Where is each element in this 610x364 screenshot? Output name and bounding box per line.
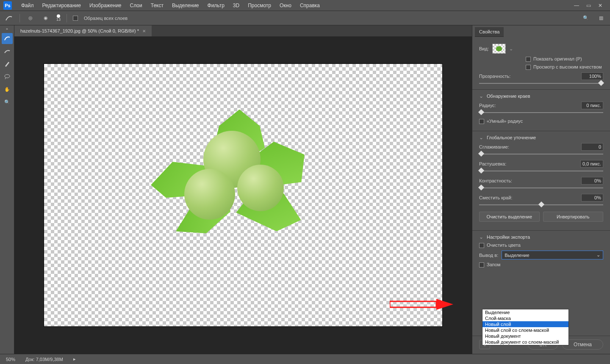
canvas[interactable] xyxy=(44,64,442,326)
menu-image[interactable]: Изображение xyxy=(85,1,126,10)
opacity-label: Прозрачность: xyxy=(479,74,510,79)
menu-window[interactable]: Окно xyxy=(275,1,296,10)
menu-filter[interactable]: Фильтр xyxy=(203,1,229,10)
dropdown-option[interactable]: Новый документ со слоем-маской xyxy=(482,339,568,345)
svg-point-0 xyxy=(5,74,10,78)
tab-close-icon[interactable]: ✕ xyxy=(142,29,146,33)
feather-value[interactable]: 0,0 пикс. xyxy=(580,160,603,168)
maximize-icon[interactable]: ▭ xyxy=(585,3,591,8)
target-add-icon[interactable]: ◎ xyxy=(26,14,35,23)
contrast-value[interactable]: 0% xyxy=(581,177,603,185)
chevron-down-icon: ⌄ xyxy=(596,252,600,258)
menu-bar: Ps Файл Редактирование Изображение Слои … xyxy=(0,0,610,11)
shift-edge-label: Сместить край: xyxy=(479,195,512,200)
remember-label: Запом xyxy=(487,262,500,267)
sample-all-layers-checkbox[interactable]: Образец всех слоев xyxy=(73,16,128,21)
close-icon[interactable]: ✕ xyxy=(597,3,603,8)
global-refine-header[interactable]: Глобальное уточнение xyxy=(479,135,603,141)
menu-text[interactable]: Текст xyxy=(147,1,168,10)
dropdown-option[interactable]: Новый слой со слоем-маской xyxy=(482,327,568,333)
dropdown-option-selected[interactable]: Новый слой xyxy=(482,321,568,327)
feather-label: Растушевка: xyxy=(479,161,506,166)
window-controls: — ▭ ✕ xyxy=(574,3,607,8)
decontaminate-label: Очистить цвета xyxy=(487,243,521,248)
workspace-switch-icon[interactable]: ▥ xyxy=(596,14,606,23)
opacity-value[interactable]: 100% xyxy=(581,72,603,80)
tab-title: hazelnuts-1574367_1920.jpg @ 50% (Слой 0… xyxy=(20,28,139,33)
shift-edge-value[interactable]: 0% xyxy=(581,194,603,201)
document-tab[interactable]: hazelnuts-1574367_1920.jpg @ 50% (Слой 0… xyxy=(14,25,152,36)
opacity-slider[interactable] xyxy=(479,81,603,86)
hand-tool[interactable]: ✋ xyxy=(2,84,13,95)
status-chevron-icon[interactable]: ▸ xyxy=(73,356,76,362)
output-to-select[interactable]: Выделение ⌄ xyxy=(502,251,603,259)
annotation-arrow-icon xyxy=(390,299,474,312)
zoom-level[interactable]: 50% xyxy=(6,357,15,362)
properties-body: Вид: ⌄ Показать оригинал (P) Просмотр с … xyxy=(472,37,610,336)
svg-marker-2 xyxy=(436,299,453,310)
show-original-checkbox[interactable]: Показать оригинал (P) xyxy=(526,56,582,62)
contrast-label: Контрастность: xyxy=(479,178,512,183)
radius-label: Радиус: xyxy=(479,103,496,108)
invert-button[interactable]: Инвертировать xyxy=(543,212,604,222)
high-quality-checkbox[interactable]: Просмотр с высоким качеством xyxy=(526,64,602,70)
smooth-label: Сглаживание: xyxy=(479,144,509,149)
brush-size-value: 13 xyxy=(56,18,61,22)
minimize-icon[interactable]: — xyxy=(574,3,580,8)
menu-layer[interactable]: Слои xyxy=(126,1,147,10)
output-to-label: Вывод в: xyxy=(479,253,498,258)
refine-brush-tool[interactable] xyxy=(2,46,13,57)
options-bar: ◎ ◉ 13 Образец всех слоев 🔍 ▥ xyxy=(0,11,610,25)
menu-select[interactable]: Выделение xyxy=(168,1,203,10)
feather-slider[interactable] xyxy=(479,168,603,174)
high-quality-label: Просмотр с высоким качеством xyxy=(533,64,602,69)
menu-view[interactable]: Просмотр xyxy=(244,1,275,10)
toolbar-expand-icon[interactable]: » xyxy=(5,26,10,31)
contrast-slider[interactable] xyxy=(479,185,603,190)
view-mode-thumb[interactable] xyxy=(492,44,506,54)
quick-select-tool[interactable] xyxy=(2,33,13,44)
lasso-tool[interactable] xyxy=(2,71,13,82)
svg-rect-1 xyxy=(390,301,436,307)
menu-edit[interactable]: Редактирование xyxy=(38,1,85,10)
doc-size: Док: 7,03M/9,38M xyxy=(25,357,63,362)
export-settings-header[interactable]: Настройки экспорта xyxy=(479,234,603,240)
properties-panel: Свойства Вид: ⌄ Показать оригинал (P) Пр… xyxy=(472,25,610,354)
dropdown-option[interactable]: Выделение xyxy=(482,309,568,315)
search-icon[interactable]: 🔍 xyxy=(581,14,591,23)
checkbox-icon xyxy=(73,16,78,21)
edge-detection-header[interactable]: Обнаружение краев xyxy=(479,93,603,99)
app-logo-icon: Ps xyxy=(3,1,12,10)
canvas-image-content xyxy=(155,114,316,266)
status-bar: 50% Док: 7,03M/9,38M ▸ xyxy=(0,354,610,364)
menu-help[interactable]: Справка xyxy=(296,1,324,10)
clear-selection-button[interactable]: Очистить выделение xyxy=(479,212,540,222)
view-label: Вид: xyxy=(479,46,489,51)
dropdown-option[interactable]: Новый документ xyxy=(482,333,568,339)
chevron-down-icon[interactable]: ⌄ xyxy=(509,46,513,52)
shift-edge-slider[interactable] xyxy=(479,202,603,207)
document-tabs: hazelnuts-1574367_1920.jpg @ 50% (Слой 0… xyxy=(14,25,472,36)
output-to-value: Выделение xyxy=(505,253,529,258)
sample-all-label: Образец всех слоев xyxy=(84,16,128,21)
smart-radius-label: «Умный» радиус xyxy=(487,119,523,124)
brush-tool[interactable] xyxy=(2,58,13,69)
tool-preset-icon[interactable] xyxy=(4,14,14,23)
tools-panel: » ✋ 🔍 xyxy=(0,25,14,354)
zoom-tool[interactable]: 🔍 xyxy=(2,97,13,108)
smooth-value[interactable]: 0 xyxy=(581,143,603,151)
brush-size-picker[interactable]: 13 xyxy=(56,14,61,22)
menu-3d[interactable]: 3D xyxy=(229,1,244,10)
radius-value[interactable]: 0 пикс. xyxy=(581,102,603,109)
dropdown-option[interactable]: Слой-маска xyxy=(482,315,568,321)
output-dropdown[interactable]: Выделение Слой-маска Новый слой Новый сл… xyxy=(482,309,569,345)
smooth-slider[interactable] xyxy=(479,152,603,157)
properties-tab[interactable]: Свойства xyxy=(475,27,504,37)
decontaminate-checkbox[interactable]: Очистить цвета xyxy=(479,243,521,248)
radius-slider[interactable] xyxy=(479,110,603,115)
show-original-label: Показать оригинал (P) xyxy=(533,56,582,61)
remember-settings-checkbox[interactable]: Запом xyxy=(479,262,500,267)
menu-file[interactable]: Файл xyxy=(17,1,38,10)
target-sub-icon[interactable]: ◉ xyxy=(41,14,50,23)
smart-radius-checkbox[interactable]: «Умный» радиус xyxy=(479,119,523,124)
